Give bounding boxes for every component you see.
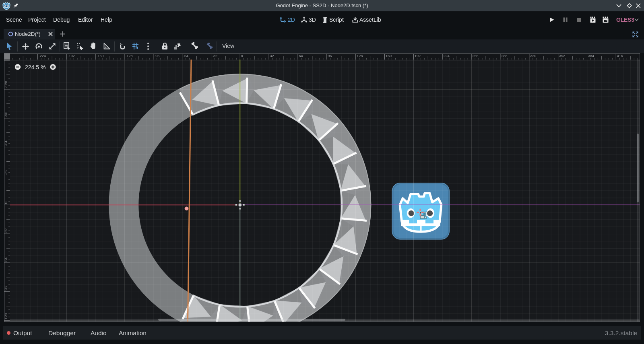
svg-text:-160: -160 (97, 54, 104, 58)
svg-text:416: 416 (617, 54, 623, 58)
svg-text:128: 128 (4, 313, 8, 319)
svg-text:64: 64 (299, 54, 303, 58)
svg-text:-96: -96 (154, 54, 159, 58)
svg-text:96: 96 (328, 54, 332, 58)
svg-text:-128: -128 (125, 54, 132, 58)
svg-text:-192: -192 (68, 54, 75, 58)
svg-text:-64: -64 (183, 54, 188, 58)
svg-text:256: 256 (473, 54, 479, 58)
svg-text:-224: -224 (39, 54, 46, 58)
svg-text:32: 32 (4, 229, 8, 233)
svg-text:-128: -128 (4, 81, 8, 88)
svg-text:-96: -96 (4, 112, 8, 117)
svg-text:352: 352 (559, 54, 565, 58)
svg-text:-32: -32 (4, 169, 8, 175)
svg-text:32: 32 (270, 54, 274, 58)
svg-text:-64: -64 (4, 141, 8, 146)
svg-text:64: 64 (4, 257, 8, 262)
svg-text:-32: -32 (212, 54, 217, 58)
svg-text:384: 384 (588, 54, 594, 58)
svg-text:128: 128 (357, 54, 363, 58)
svg-text:0: 0 (4, 202, 8, 204)
svg-text:0: 0 (241, 54, 243, 58)
svg-text:320: 320 (530, 54, 536, 58)
svg-text:288: 288 (501, 54, 507, 58)
svg-text:192: 192 (415, 54, 421, 58)
svg-text:96: 96 (4, 286, 8, 290)
svg-text:224.5 %: 224.5 % (25, 64, 45, 70)
svg-text:224: 224 (444, 54, 450, 58)
svg-text:160: 160 (386, 54, 392, 58)
